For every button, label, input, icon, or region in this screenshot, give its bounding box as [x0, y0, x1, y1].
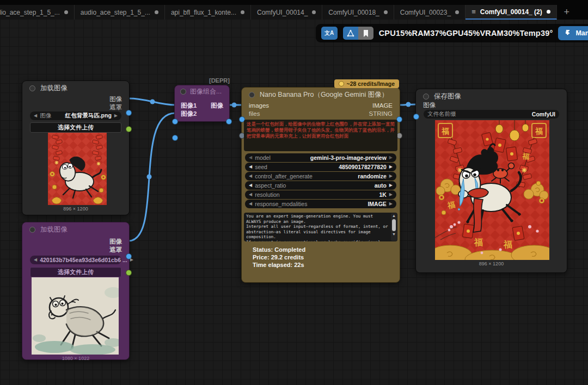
resolution-combo[interactable]: ◀ resolution 1K ▶	[245, 190, 396, 199]
tab-workflow-3[interactable]: api_bfl_flux_1_konte...	[165, 5, 251, 20]
arrow-right-icon[interactable]: ▶	[389, 192, 393, 197]
node-nano-header[interactable]: Nano Banana Pro（Google Gemini 图像）	[242, 88, 400, 102]
node-load-image-1-header[interactable]: 加载图像	[22, 81, 129, 95]
unsaved-dot-icon	[384, 10, 388, 14]
link-load1-composite	[128, 98, 175, 105]
system-prompt-textarea[interactable]: You are an expert image-generation engin…	[244, 213, 397, 241]
arrow-right-icon[interactable]: ▶	[130, 258, 133, 262]
widget-value: 485090178277820	[339, 164, 387, 170]
arrow-left-icon[interactable]: ◀	[249, 192, 252, 197]
new-tab-button[interactable]: +	[557, 5, 577, 20]
top-toolbar: 文A CPU15%RAM37%GPU45%VRAM30%Temp39° Mana…	[316, 24, 588, 42]
arrow-right-icon[interactable]: ▶	[389, 156, 393, 160]
arrow-left-icon[interactable]: ◀	[249, 156, 252, 160]
model-combo[interactable]: ◀ model gemini-3-pro-image-preview ▶	[245, 153, 396, 162]
input-port-image: 图像	[416, 101, 567, 109]
input-dot-image2[interactable]	[172, 135, 178, 141]
collapse-dot-icon[interactable]	[423, 94, 429, 100]
aspect-ratio-combo[interactable]: ◀ aspect_ratio auto ▶	[245, 181, 396, 190]
translate-button[interactable]: 文A	[321, 27, 338, 40]
output-label: 遮罩	[109, 246, 122, 254]
unsaved-dot-icon	[64, 10, 68, 14]
tab-workflow-active[interactable]: ≡ ComfyUI_00014_ (2)	[465, 5, 557, 20]
widget-label: model	[255, 154, 271, 161]
filename-prefix-input[interactable]: 文件名前缀 ComfyUI	[424, 110, 559, 119]
arrow-left-icon[interactable]: ◀	[34, 114, 37, 118]
seed-combo[interactable]: ◀ seed 485090178277820 ▶	[245, 163, 396, 171]
fu-character: 福	[522, 152, 530, 161]
arrow-left-icon[interactable]: ◀	[249, 165, 252, 169]
node-nano-banana-pro[interactable]: Nano Banana Pro（Google Gemini 图像） images…	[241, 87, 400, 283]
coin-icon	[339, 81, 344, 86]
node-graph-canvas[interactable]: 加载图像 图像 遮罩 ◀ 图像 红包背景马匹.png ▶ 选择文件上传	[0, 0, 588, 385]
textarea-scrollbar[interactable]: ▲ ▼	[391, 213, 397, 241]
node-load-image-1[interactable]: 加载图像 图像 遮罩 ◀ 图像 红包背景马匹.png ▶ 选择文件上传	[22, 80, 130, 215]
arrow-right-icon[interactable]: ▶	[389, 165, 393, 169]
arrow-left-icon[interactable]: ◀	[249, 202, 252, 206]
widget-label: 文件名前缀	[427, 110, 456, 118]
arrow-right-icon[interactable]: ▶	[389, 174, 393, 178]
arrow-right-icon[interactable]: ▶	[389, 202, 393, 206]
manage-button[interactable]: Manage	[558, 26, 588, 40]
hamburger-menu-icon[interactable]: ≡	[471, 8, 476, 16]
input-dot-image1[interactable]	[172, 119, 178, 125]
arrow-left-icon[interactable]: ◀	[249, 183, 252, 188]
prompt-textarea[interactable]: 这是一个红包封面，给图像中的生物带上红色围巾，并在背上添加一直简笔画的螃蟹，螃蟹…	[244, 120, 397, 151]
combo-value: 红包背景马匹.png	[65, 112, 112, 120]
tab-workflow-6[interactable]: ComfyUI_00023_	[394, 5, 465, 20]
tab-workflow-2[interactable]: audio_ace_step_1_5_...	[75, 5, 165, 20]
node-composite-header[interactable]: 图像组合...	[175, 85, 229, 97]
scroll-down-icon[interactable]: ▼	[392, 232, 396, 237]
system-stats: CPU15%RAM37%GPU45%VRAM30%Temp39°	[379, 29, 553, 38]
response-modalities-combo[interactable]: ◀ response_modalities IMAGE ▶	[245, 200, 396, 208]
link-load2-composite	[128, 113, 175, 241]
output-port-image: 图像	[175, 101, 229, 110]
node-save-image[interactable]: 保存图像 图像 文件名前缀 ComfyUI	[415, 89, 567, 273]
node-image-composite-bypassed[interactable]: 图像组合... 图像1 图像2 图像	[174, 85, 230, 122]
bookmark-icon	[363, 30, 369, 37]
arrow-right-icon[interactable]: ▶	[389, 183, 393, 188]
output-dot-mask[interactable]	[126, 126, 132, 132]
image-file-combo[interactable]: ◀ 420163b7b45ea93d3e6d01cb6 ... ▶	[30, 256, 121, 264]
tab-workflow-4[interactable]: ComfyUI_00014_	[251, 5, 322, 20]
combo-value: 420163b7b45ea93d3e6d01cb6 ...	[40, 257, 127, 263]
input-dot-image[interactable]	[413, 114, 419, 120]
output-port-image: 图像	[22, 95, 129, 103]
output-port-image: IMAGE	[242, 101, 400, 110]
tab-workflow-5[interactable]: ComfyUI_00018_	[322, 5, 394, 20]
widget-label: aspect_ratio	[255, 182, 286, 189]
tab-workflow-1[interactable]: dio_ace_step_1_5_...	[0, 5, 75, 20]
upload-button[interactable]: 选择文件上传	[30, 267, 121, 277]
node-title: Nano Banana Pro（Google Gemini 图像）	[260, 90, 388, 100]
collapse-dot-icon[interactable]	[180, 89, 186, 95]
output-dot-mask[interactable]	[126, 270, 132, 276]
control-after-generate-combo[interactable]: ◀ control_after_generate randomize ▶	[245, 172, 396, 181]
node-load-image-2-header[interactable]: 加载图像	[22, 222, 129, 237]
collapse-dot-icon[interactable]	[29, 85, 35, 91]
scrollbar-thumb[interactable]	[392, 219, 396, 231]
output-port-image: 图像	[22, 237, 129, 246]
collapse-dot-icon[interactable]	[249, 92, 255, 98]
workflow-graph-button[interactable]	[343, 27, 358, 40]
collapse-dot-icon[interactable]	[29, 227, 35, 233]
input-port-image2: 图像2	[175, 109, 229, 118]
generated-horse-artwork: 福 福	[435, 120, 549, 260]
output-dot-image[interactable]	[226, 119, 232, 125]
unsaved-dot-icon	[547, 10, 550, 14]
widget-label: response_modalities	[255, 201, 307, 207]
image-file-combo[interactable]: ◀ 图像 红包背景马匹.png ▶	[30, 111, 121, 120]
widget-value: randomize	[358, 173, 387, 179]
node-title: 保存图像	[434, 92, 461, 101]
bookmark-button[interactable]	[358, 27, 373, 40]
widget-value: 1K	[379, 191, 386, 198]
node-load-image-2-bypassed[interactable]: 加载图像 图像 遮罩 ◀ 420163b7b45ea93d3e6d01cb6 .…	[22, 222, 130, 360]
arrow-left-icon[interactable]: ◀	[249, 174, 252, 178]
toolbar-button-group	[343, 27, 373, 40]
upload-button[interactable]: 选择文件上传	[30, 122, 121, 133]
arrow-right-icon[interactable]: ▶	[114, 114, 118, 118]
widget-value: gemini-3-pro-image-preview	[310, 154, 387, 161]
output-label: IMAGE	[372, 102, 393, 109]
arrow-left-icon[interactable]: ◀	[34, 258, 37, 262]
unsaved-dot-icon	[455, 10, 459, 14]
scroll-up-icon[interactable]: ▲	[392, 214, 396, 218]
